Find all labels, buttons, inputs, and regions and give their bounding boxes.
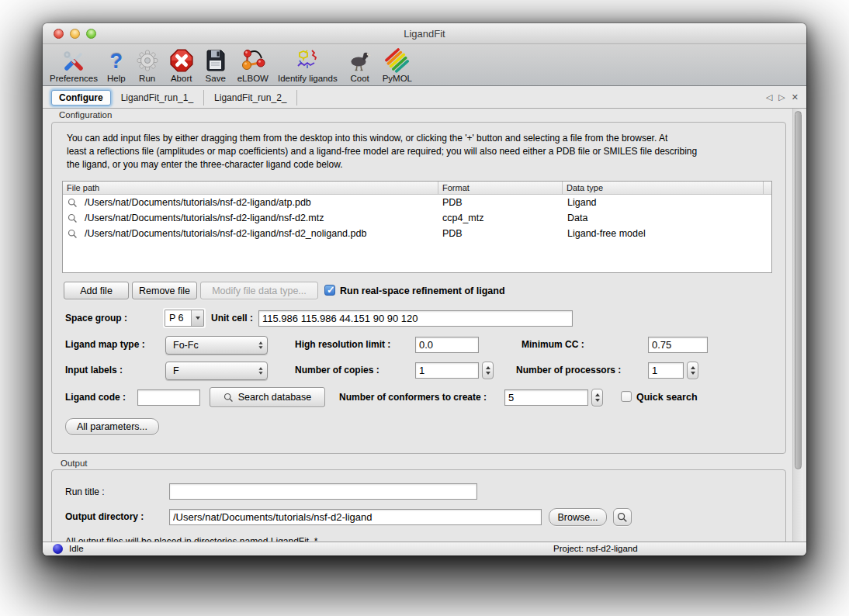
quick-search-label: Quick search — [636, 392, 698, 403]
toolbar-label: PyMOL — [383, 73, 412, 84]
ligand-map-type-label: Ligand map type : — [65, 335, 145, 354]
column-header-data-type: Data type — [563, 182, 764, 194]
zoom-window-button[interactable] — [86, 29, 96, 39]
magnifier-icon — [68, 198, 78, 208]
floppy-disk-icon — [203, 47, 228, 73]
number-of-conformers-label: Number of conformers to create : — [339, 388, 487, 407]
tab-bar: Configure LigandFit_run_1_ LigandFit_run… — [43, 87, 806, 109]
data-type-cell: Data — [563, 213, 764, 223]
tab-ligandfit-run-1[interactable]: LigandFit_run_1_ — [111, 90, 204, 106]
help-button[interactable]: ? Help — [107, 47, 126, 84]
number-of-copies-spinner[interactable] — [482, 362, 494, 379]
refinement-checkbox[interactable] — [324, 285, 335, 296]
number-of-copies-input[interactable] — [415, 362, 479, 379]
format-cell: PDB — [438, 197, 563, 208]
vertical-scrollbar[interactable] — [792, 109, 803, 542]
toolbar-label: Coot — [351, 73, 369, 84]
remove-file-button[interactable]: Remove file — [132, 282, 197, 299]
chevron-down-icon — [191, 310, 203, 326]
number-of-processors-spinner[interactable] — [687, 362, 698, 379]
modify-file-data-type-button[interactable]: Modify file data type... — [200, 282, 318, 299]
tab-scroll-left-icon[interactable]: ◁ — [766, 92, 772, 102]
output-directory-search-button[interactable] — [613, 508, 632, 526]
ligands-icon — [294, 47, 321, 73]
toolbar-label: Abort — [171, 73, 192, 84]
run-title-input[interactable] — [169, 483, 477, 500]
tab-close-icon[interactable]: ✕ — [792, 92, 799, 102]
status-indicator-icon — [53, 544, 63, 554]
column-header-format: Format — [438, 182, 563, 194]
coot-button[interactable]: Coot — [347, 47, 373, 84]
app-window: LigandFit Preferences ? Help — [43, 23, 806, 555]
input-labels-value: F — [173, 365, 179, 376]
traffic-lights — [54, 29, 96, 39]
instructions-text: You can add input files by either draggi… — [67, 132, 771, 171]
molecule-icon — [240, 47, 266, 73]
output-directory-input[interactable] — [169, 509, 542, 525]
pymol-ribbon-icon — [384, 47, 411, 73]
elbow-button[interactable]: eLBOW — [237, 47, 269, 84]
abort-button[interactable]: Abort — [169, 47, 194, 84]
search-icon — [224, 393, 234, 403]
project-label: Project: nsf-d2-ligand — [553, 544, 638, 553]
toolbar-label: eLBOW — [237, 73, 269, 84]
tab-configure[interactable]: Configure — [51, 90, 111, 106]
output-group-box — [51, 469, 786, 542]
table-row[interactable]: /Users/nat/Documents/tutorials/nsf-d2-li… — [63, 210, 771, 226]
tab-ligandfit-run-2[interactable]: LigandFit_run_2_ — [204, 90, 297, 106]
toolbar-label: Preferences — [50, 73, 98, 84]
search-database-button[interactable]: Search database — [210, 387, 325, 407]
pymol-button[interactable]: PyMOL — [383, 47, 412, 84]
table-row[interactable]: /Users/nat/Documents/tutorials/nsf-d2-li… — [63, 226, 771, 241]
number-of-conformers-spinner[interactable] — [591, 389, 603, 407]
number-of-conformers-input[interactable] — [504, 389, 588, 406]
tab-scroll-right-icon[interactable]: ▷ — [778, 92, 785, 102]
ligand-code-input[interactable] — [137, 389, 200, 406]
window-title: LigandFit — [43, 23, 806, 44]
browse-button[interactable]: Browse... — [549, 508, 607, 526]
search-database-label: Search database — [238, 392, 312, 403]
space-group-combo[interactable]: P 6 — [165, 310, 204, 327]
quick-search-checkbox[interactable] — [621, 391, 632, 402]
number-of-processors-input[interactable] — [648, 362, 684, 379]
magnifier-icon — [68, 213, 78, 223]
minimize-window-button[interactable] — [70, 29, 80, 39]
minimum-cc-input[interactable] — [648, 337, 708, 353]
high-resolution-limit-input[interactable] — [415, 337, 479, 353]
stepper-arrows-icon — [258, 362, 263, 379]
title-bar: LigandFit — [43, 23, 806, 44]
all-parameters-button[interactable]: All parameters... — [65, 418, 159, 435]
run-button[interactable]: Run — [135, 47, 160, 84]
input-labels-popup[interactable]: F — [165, 362, 268, 380]
magnifier-icon — [68, 229, 78, 239]
preferences-button[interactable]: Preferences — [50, 47, 98, 84]
close-window-button[interactable] — [54, 29, 64, 39]
data-type-cell: Ligand — [563, 197, 764, 208]
configuration-group-label: Configuration — [59, 110, 112, 119]
table-header: File path Format Data type — [63, 182, 771, 195]
file-path-cell: /Users/nat/Documents/tutorials/nsf-d2-li… — [85, 197, 311, 208]
configure-page: Configuration You can add input files by… — [43, 109, 806, 542]
file-path-cell: /Users/nat/Documents/tutorials/nsf-d2-li… — [85, 228, 366, 239]
table-row[interactable]: /Users/nat/Documents/tutorials/nsf-d2-li… — [63, 195, 771, 210]
magnifier-icon — [617, 512, 628, 523]
toolbar-label: Save — [206, 73, 226, 84]
format-cell: ccp4_mtz — [438, 213, 563, 223]
toolbar-label: Help — [107, 73, 126, 84]
input-files-table[interactable]: File path Format Data type /Users/nat/Do… — [62, 181, 772, 273]
run-title-label: Run title : — [65, 483, 105, 501]
save-button[interactable]: Save — [203, 47, 228, 84]
add-file-button[interactable]: Add file — [64, 282, 129, 299]
ligand-map-type-popup[interactable]: Fo-Fc — [165, 336, 268, 355]
input-labels-label: Input labels : — [65, 361, 123, 379]
unit-cell-input[interactable] — [258, 310, 573, 327]
toolbar-label: Run — [139, 73, 155, 84]
data-type-cell: Ligand-free model — [563, 228, 764, 239]
scrollbar-thumb[interactable] — [795, 111, 802, 469]
number-of-processors-label: Number of processors : — [516, 361, 621, 379]
space-group-label: Space group : — [65, 309, 127, 327]
toolbar: Preferences ? Help Run — [43, 44, 806, 86]
tab-nav-controls: ◁ ▷ ✕ — [766, 87, 799, 108]
status-text: Idle — [69, 544, 84, 553]
identify-ligands-button[interactable]: Identify ligands — [278, 47, 338, 84]
